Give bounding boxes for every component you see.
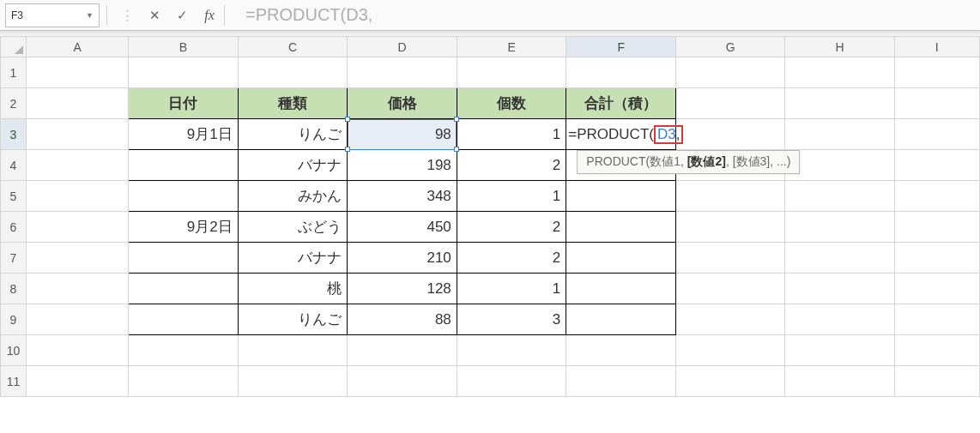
cell-E10[interactable]	[457, 335, 566, 366]
cell-H8[interactable]	[785, 274, 894, 304]
cell-I7[interactable]	[894, 243, 979, 274]
cell-A2[interactable]	[26, 88, 128, 119]
cell-D8[interactable]: 128	[348, 274, 457, 304]
cell-C8[interactable]: 桃	[238, 274, 348, 304]
cell-D6[interactable]: 450	[348, 212, 457, 243]
cell-F7[interactable]	[566, 243, 676, 274]
cell-H3[interactable]	[785, 119, 894, 150]
cell-B5[interactable]	[129, 181, 239, 212]
cell-F6[interactable]	[566, 212, 676, 243]
row-header-5[interactable]: 5	[1, 181, 27, 212]
cell-H2[interactable]	[785, 88, 894, 119]
cell-C11[interactable]	[238, 366, 348, 397]
fx-icon[interactable]: fx	[202, 8, 217, 23]
cell-C6[interactable]: ぶどう	[238, 212, 348, 243]
formula-input[interactable]: =PRODUCT(D3,	[245, 5, 980, 25]
cell-B9[interactable]	[129, 304, 239, 335]
cell-F3[interactable]: =PRODUCT(D3, PRODUCT(数値1, [数値2], [数値3], …	[566, 119, 676, 150]
cell-A8[interactable]	[26, 274, 128, 304]
cell-C2[interactable]: 種類	[238, 88, 348, 119]
cell-A4[interactable]	[26, 150, 128, 181]
row-header-4[interactable]: 4	[1, 150, 27, 181]
cell-C10[interactable]	[238, 335, 348, 366]
cell-I1[interactable]	[894, 57, 979, 88]
spreadsheet-grid[interactable]: A B C D E F G H I 1 2 日付 種類 価格 個数 合計（積） …	[0, 36, 980, 397]
cell-G3[interactable]	[676, 119, 785, 150]
editing-formula[interactable]: =PRODUCT(D3,	[566, 119, 683, 149]
cell-A7[interactable]	[26, 243, 128, 274]
cell-C3[interactable]: りんご	[238, 119, 348, 150]
row-header-8[interactable]: 8	[1, 274, 27, 304]
cell-F1[interactable]	[566, 57, 676, 88]
cell-H4[interactable]	[785, 150, 894, 181]
cell-D4[interactable]: 198	[348, 150, 457, 181]
cell-I2[interactable]	[894, 88, 979, 119]
cell-C4[interactable]: バナナ	[238, 150, 348, 181]
cell-D11[interactable]	[348, 366, 457, 397]
cell-E3[interactable]: 1	[457, 119, 566, 150]
cell-E11[interactable]	[457, 366, 566, 397]
cell-A11[interactable]	[26, 366, 128, 397]
cell-H1[interactable]	[785, 57, 894, 88]
cell-F8[interactable]	[566, 274, 676, 304]
cell-B10[interactable]	[129, 335, 239, 366]
cell-G2[interactable]	[676, 88, 785, 119]
cell-H5[interactable]	[785, 181, 894, 212]
cell-F11[interactable]	[566, 366, 676, 397]
cell-B1[interactable]	[129, 57, 239, 88]
col-header-D[interactable]: D	[348, 37, 457, 57]
cell-G11[interactable]	[676, 366, 785, 397]
col-header-E[interactable]: E	[457, 37, 566, 57]
cell-I9[interactable]	[894, 304, 979, 335]
cell-H11[interactable]	[785, 366, 894, 397]
col-header-H[interactable]: H	[785, 37, 894, 57]
cell-D9[interactable]: 88	[348, 304, 457, 335]
select-all-corner[interactable]	[1, 37, 27, 57]
cell-C9[interactable]: りんご	[238, 304, 348, 335]
row-header-7[interactable]: 7	[1, 243, 27, 274]
cell-G10[interactable]	[676, 335, 785, 366]
cell-A1[interactable]	[26, 57, 128, 88]
cell-H10[interactable]	[785, 335, 894, 366]
col-header-A[interactable]: A	[26, 37, 128, 57]
cell-A6[interactable]	[26, 212, 128, 243]
cell-F4[interactable]	[566, 150, 676, 181]
cell-F10[interactable]	[566, 335, 676, 366]
cell-D5[interactable]: 348	[348, 181, 457, 212]
cell-B7[interactable]	[129, 243, 239, 274]
cell-A5[interactable]	[26, 181, 128, 212]
row-header-6[interactable]: 6	[1, 212, 27, 243]
cell-B3[interactable]: 9月1日	[129, 119, 239, 150]
row-header-10[interactable]: 10	[1, 335, 27, 366]
cell-G1[interactable]	[676, 57, 785, 88]
cell-G5[interactable]	[676, 181, 785, 212]
cell-B8[interactable]	[129, 274, 239, 304]
cell-I3[interactable]	[894, 119, 979, 150]
cell-B11[interactable]	[129, 366, 239, 397]
cell-H7[interactable]	[785, 243, 894, 274]
cell-G6[interactable]	[676, 212, 785, 243]
cell-B4[interactable]	[129, 150, 239, 181]
row-header-9[interactable]: 9	[1, 304, 27, 335]
cell-E2[interactable]: 個数	[457, 88, 566, 119]
row-header-1[interactable]: 1	[1, 57, 27, 88]
cell-A9[interactable]	[26, 304, 128, 335]
col-header-F[interactable]: F	[566, 37, 676, 57]
cell-D3[interactable]: 98	[348, 119, 457, 150]
cell-G9[interactable]	[676, 304, 785, 335]
col-header-C[interactable]: C	[238, 37, 348, 57]
col-header-I[interactable]: I	[894, 37, 979, 57]
cell-B6[interactable]: 9月2日	[129, 212, 239, 243]
cell-I8[interactable]	[894, 274, 979, 304]
cell-H9[interactable]	[785, 304, 894, 335]
range-handle[interactable]	[345, 117, 350, 122]
cell-D7[interactable]: 210	[348, 243, 457, 274]
cancel-icon[interactable]: ✕	[147, 8, 162, 23]
cell-E9[interactable]: 3	[457, 304, 566, 335]
cell-I6[interactable]	[894, 212, 979, 243]
cell-D10[interactable]	[348, 335, 457, 366]
cell-C1[interactable]	[238, 57, 348, 88]
cell-E4[interactable]: 2	[457, 150, 566, 181]
cell-B2[interactable]: 日付	[129, 88, 239, 119]
name-box[interactable]: F3 ▼	[5, 3, 100, 27]
